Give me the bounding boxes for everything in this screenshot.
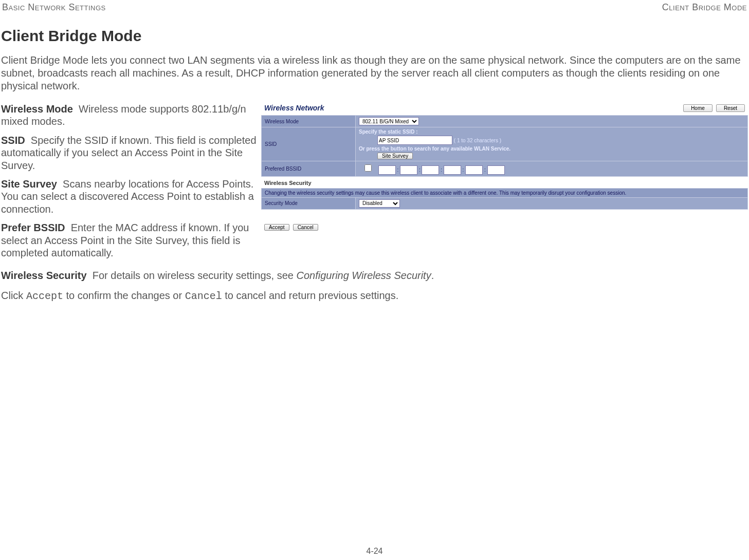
mac-oct5[interactable] [465, 165, 483, 175]
term-wireless-mode: Wireless Mode [1, 103, 73, 115]
header-left: Basic Network Settings [2, 2, 106, 13]
term-wireless-security: Wireless Security [1, 270, 87, 281]
security-mode-select[interactable]: Disabled [359, 199, 400, 208]
row-value-security-mode: Disabled [356, 197, 748, 209]
accept-word: Accept [26, 290, 63, 302]
wireless-mode-select[interactable]: 802.11 B/G/N Mixed [359, 117, 419, 125]
row-label-ssid: SSID [262, 127, 356, 161]
closing-post: to cancel and return previous settings. [222, 290, 399, 301]
config-table: Wireless Mode 802.11 B/G/N Mixed SSID Sp… [261, 115, 748, 177]
ssid-line2: Or press the button to search for any av… [359, 146, 744, 152]
def-ssid: SSID Specify the SSID if known. This fie… [1, 134, 257, 172]
ssid-line1: Specify the static SSID : [359, 129, 744, 135]
cancel-word: Cancel [185, 290, 222, 302]
row-label-security-mode: Security Mode [262, 197, 356, 209]
cancel-button[interactable]: Cancel [293, 224, 318, 231]
def-wireless-mode: Wireless Mode Wireless mode supports 802… [1, 103, 257, 128]
ssid-input[interactable] [377, 136, 452, 145]
panel-title: Wireless Network [264, 104, 324, 112]
def-wireless-security: Wireless Security For details on wireles… [1, 269, 748, 282]
home-button[interactable]: Home [683, 104, 713, 112]
text-ssid: Specify the SSID if known. This field is… [1, 135, 257, 171]
bssid-checkbox[interactable] [361, 164, 375, 172]
mac-oct4[interactable] [444, 165, 461, 175]
reset-button[interactable]: Reset [716, 104, 745, 112]
text-wireless-security: For details on wireless security setting… [93, 270, 297, 281]
closing-mid: to confirm the changes or [63, 290, 185, 301]
term-prefer-bssid: Prefer BSSID [1, 222, 65, 233]
mac-oct3[interactable] [422, 165, 439, 175]
closing-pre: Click [1, 290, 26, 301]
row-label-wireless-mode: Wireless Mode [262, 116, 356, 127]
site-survey-button[interactable]: Site Survey [377, 153, 413, 159]
security-warning: Changing the wireless security settings … [262, 188, 748, 197]
intro-paragraph: Client Bridge Mode lets you connect two … [0, 54, 749, 92]
ssid-hint: ( 1 to 32 characters ) [454, 138, 501, 143]
mac-oct1[interactable] [378, 165, 396, 175]
link-wireless-security: Configuring Wireless Security [297, 270, 431, 281]
def-prefer-bssid: Prefer BSSID Enter the MAC address if kn… [1, 221, 257, 259]
term-ssid: SSID [1, 135, 25, 146]
closing-instruction: Click Accept to confirm the changes or C… [1, 289, 748, 303]
after-wireless-security: . [431, 270, 434, 281]
accept-button[interactable]: Accept [264, 224, 289, 231]
page-header: Basic Network Settings Client Bridge Mod… [0, 0, 749, 13]
wireless-security-header: Wireless Security [261, 177, 748, 188]
row-value-wireless-mode: 802.11 B/G/N Mixed [356, 116, 748, 127]
row-label-bssid: Prefered BSSID [262, 161, 356, 177]
mac-oct2[interactable] [400, 165, 417, 175]
def-site-survey: Site Survey Scans nearby locations for A… [1, 178, 257, 215]
header-right: Client Bridge Mode [662, 2, 747, 13]
row-value-bssid: : : : : : [356, 161, 748, 177]
term-site-survey: Site Survey [1, 178, 57, 190]
wireless-network-panel: Wireless Network Home Reset Wireless Mod… [261, 102, 748, 234]
mac-oct6[interactable] [487, 165, 505, 175]
row-value-ssid: Specify the static SSID : ( 1 to 32 char… [356, 127, 748, 161]
page-title: Client Bridge Mode [0, 27, 749, 45]
security-table: Changing the wireless security settings … [261, 188, 748, 210]
page-number: 4-24 [0, 547, 749, 556]
